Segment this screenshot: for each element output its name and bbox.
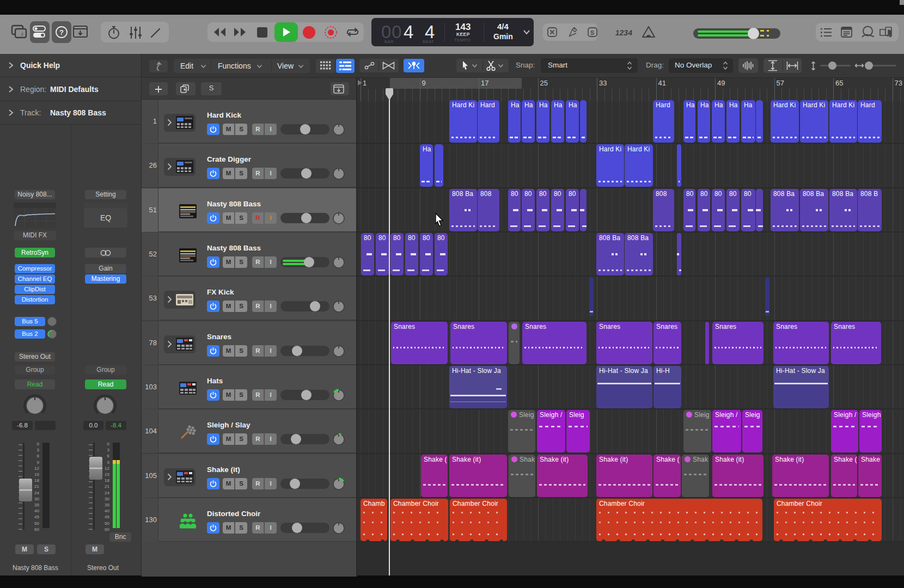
svg-text:3: 3 xyxy=(37,448,40,452)
svg-text:45: 45 xyxy=(34,514,39,519)
svg-text:50: 50 xyxy=(34,521,39,526)
svg-text:9: 9 xyxy=(107,460,110,465)
svg-text:♪: ♪ xyxy=(21,30,24,37)
svg-text:9: 9 xyxy=(37,460,40,465)
svg-text:18: 18 xyxy=(34,478,39,483)
svg-text:?: ? xyxy=(59,28,64,36)
svg-text:15: 15 xyxy=(34,472,39,477)
svg-text:50: 50 xyxy=(105,521,109,526)
svg-text:40: 40 xyxy=(105,509,109,513)
svg-text:24: 24 xyxy=(34,491,39,495)
svg-text:21: 21 xyxy=(34,484,39,489)
svg-text:15: 15 xyxy=(105,472,109,477)
svg-text:0: 0 xyxy=(107,442,110,446)
svg-text:18: 18 xyxy=(105,478,109,483)
svg-text:12: 12 xyxy=(105,466,109,471)
svg-text:35: 35 xyxy=(105,503,109,507)
svg-text:60: 60 xyxy=(105,527,109,532)
svg-text:6: 6 xyxy=(37,454,40,458)
svg-text:35: 35 xyxy=(34,503,39,507)
svg-text:0: 0 xyxy=(37,442,40,446)
svg-text:60: 60 xyxy=(34,527,39,532)
svg-text:6: 6 xyxy=(107,454,110,458)
svg-text:21: 21 xyxy=(105,484,109,489)
svg-text:30: 30 xyxy=(105,497,109,501)
svg-text:30: 30 xyxy=(34,497,39,501)
svg-text:40: 40 xyxy=(34,509,39,513)
svg-text:3: 3 xyxy=(107,448,110,452)
svg-text:45: 45 xyxy=(105,514,109,519)
svg-text:24: 24 xyxy=(105,491,109,495)
svg-text:12: 12 xyxy=(34,466,39,471)
svg-text:S: S xyxy=(590,29,594,36)
